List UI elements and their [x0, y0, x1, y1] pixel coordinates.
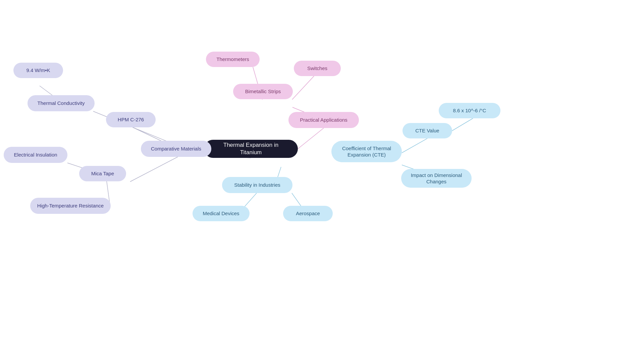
svg-line-15 [402, 138, 427, 153]
svg-line-16 [452, 118, 473, 131]
node-mica-tape: Mica Tape [79, 166, 126, 181]
node-switches: Switches [294, 61, 341, 76]
node-high-temp: High-Temperature Resistance [30, 198, 111, 214]
node-comparative-materials: Comparative Materials [141, 141, 211, 157]
node-thermal-conductivity: Thermal Conductivity [28, 95, 95, 111]
node-thermal-value: 9.4 W/m•K [13, 63, 63, 78]
node-aerospace: Aerospace [283, 206, 333, 221]
node-electrical-insulation: Electrical Insulation [4, 147, 67, 163]
svg-line-7 [298, 128, 324, 149]
node-impact: Impact on DimensionalChanges [401, 169, 472, 188]
node-cte: Coefficient of ThermalExpansion (CTE) [331, 141, 402, 162]
node-medical-devices: Medical Devices [193, 206, 250, 221]
node-practical-applications: Practical Applications [288, 112, 359, 128]
node-cte-value: CTE Value [402, 123, 452, 138]
node-stability: Stability in Industries [222, 177, 292, 193]
center-node: Thermal Expansion in Titanium [204, 140, 298, 158]
node-cte-number: 8.6 x 10^-6 /°C [439, 103, 500, 118]
node-bimetallic-strips: Bimetallic Strips [233, 84, 293, 99]
node-thermometers: Thermometers [206, 52, 260, 67]
svg-line-10 [292, 76, 314, 100]
node-hpm: HPM C-276 [106, 112, 156, 127]
svg-line-4 [130, 157, 178, 182]
